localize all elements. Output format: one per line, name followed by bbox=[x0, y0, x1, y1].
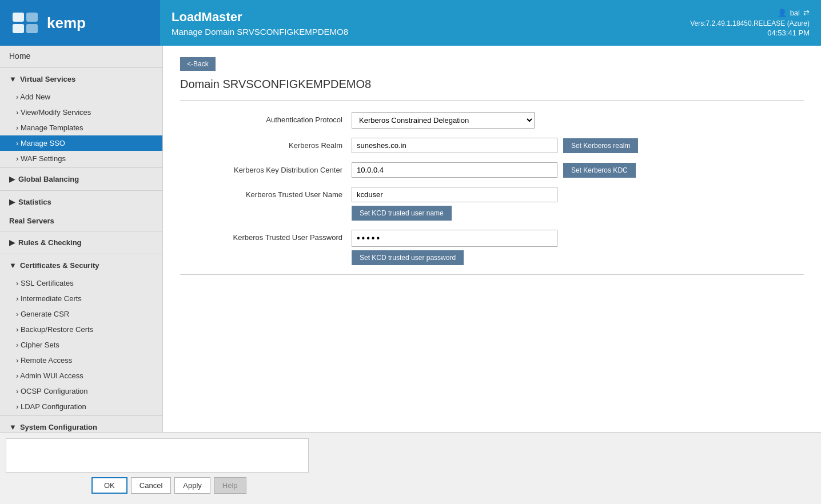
current-time: 04:53:41 PM bbox=[767, 29, 810, 37]
section-divider-top bbox=[180, 100, 804, 101]
help-button[interactable]: Help bbox=[214, 477, 246, 494]
main-content: <-Back Domain SRVSCONFIGKEMPDEMO8 Authen… bbox=[163, 46, 821, 432]
logo-area: kemp bbox=[0, 0, 160, 46]
kerberos-kdc-row: Kerberos Key Distribution Center Set Ker… bbox=[180, 162, 804, 178]
kerberos-realm-label: Kerberos Realm bbox=[180, 138, 352, 150]
bottom-buttons: OK Cancel Apply Help bbox=[80, 473, 821, 498]
kerberos-realm-control: Set Kerberos realm bbox=[352, 138, 804, 153]
sidebar-home[interactable]: Home bbox=[0, 46, 162, 66]
sidebar-item-cipher-sets[interactable]: › Cipher Sets bbox=[0, 337, 162, 353]
svg-rect-1 bbox=[13, 24, 24, 33]
version-info: Vers:7.2.49.1.18450.RELEASE (Azure) bbox=[690, 19, 810, 27]
sidebar-item-waf-settings[interactable]: › WAF Settings bbox=[0, 151, 162, 166]
kerberos-pass-row: Kerberos Trusted User Password Set KCD t… bbox=[180, 230, 804, 265]
sidebar-item-backup-certs[interactable]: › Backup/Restore Certs bbox=[0, 322, 162, 337]
username: bal bbox=[790, 9, 800, 17]
kerberos-user-row: Kerberos Trusted User Name Set KCD trust… bbox=[180, 187, 804, 221]
kerberos-kdc-control: Set Kerberos KDC bbox=[352, 162, 804, 178]
kerberos-pass-control: Set KCD trusted user password bbox=[352, 230, 804, 265]
set-kerberos-kdc-button[interactable]: Set Kerberos KDC bbox=[563, 163, 636, 178]
chevron-right-icon-rules: ▶ bbox=[9, 238, 15, 247]
sidebar-item-admin-wui[interactable]: › Admin WUI Access bbox=[0, 368, 162, 383]
sidebar-rules-label: Rules & Checking bbox=[18, 238, 82, 247]
sidebar-item-ocsp[interactable]: › OCSP Configuration bbox=[0, 383, 162, 399]
ok-button[interactable]: OK bbox=[91, 477, 127, 494]
sidebar-section-label: Virtual Services bbox=[20, 75, 75, 83]
sidebar: Home ▼ Virtual Services › Add New › View… bbox=[0, 46, 163, 432]
header-title-area: LoadMaster Manage Domain SRVSCONFIGKEMPD… bbox=[160, 0, 638, 46]
kerberos-pass-input[interactable] bbox=[352, 230, 557, 247]
svg-rect-0 bbox=[13, 13, 24, 22]
kerberos-user-input[interactable] bbox=[352, 187, 557, 202]
sidebar-section-system[interactable]: ▼ System Configuration bbox=[0, 417, 162, 432]
svg-rect-3 bbox=[26, 24, 38, 33]
chevron-right-icon: ▶ bbox=[9, 175, 15, 183]
auth-protocol-row: Authentication Protocol Kerberos Constra… bbox=[180, 112, 804, 129]
chevron-right-icon-stats: ▶ bbox=[9, 198, 15, 206]
logo-text: kemp bbox=[47, 14, 86, 32]
sidebar-section-global-balancing[interactable]: ▶ Global Balancing bbox=[0, 169, 162, 189]
kemp-logo-icon bbox=[11, 11, 40, 34]
sidebar-section-certs[interactable]: ▼ Certificates & Security bbox=[0, 255, 162, 275]
set-kerberos-realm-button[interactable]: Set Kerberos realm bbox=[563, 138, 638, 153]
bottom-bar: OK Cancel Apply Help bbox=[0, 432, 821, 504]
chevron-down-icon-system: ▼ bbox=[9, 423, 17, 431]
set-kcd-pass-button[interactable]: Set KCD trusted user password bbox=[352, 250, 464, 265]
header: kemp LoadMaster Manage Domain SRVSCONFIG… bbox=[0, 0, 821, 46]
sidebar-section-virtual-services[interactable]: ▼ Virtual Services bbox=[0, 69, 162, 89]
kerberos-user-label: Kerberos Trusted User Name bbox=[180, 187, 352, 199]
share-icon: ⇄ bbox=[803, 9, 810, 17]
apply-button[interactable]: Apply bbox=[174, 477, 210, 494]
chevron-down-icon: ▼ bbox=[9, 75, 17, 83]
cancel-button[interactable]: Cancel bbox=[131, 477, 171, 494]
kerberos-kdc-label: Kerberos Key Distribution Center bbox=[180, 162, 352, 174]
sidebar-item-ldap[interactable]: › LDAP Configuration bbox=[0, 399, 162, 414]
kerberos-realm-row: Kerberos Realm Set Kerberos realm bbox=[180, 138, 804, 153]
page-subtitle: Manage Domain SRVSCONFIGKEMPDEMO8 bbox=[172, 27, 627, 37]
sidebar-section-rules[interactable]: ▶ Rules & Checking bbox=[0, 233, 162, 253]
kerberos-realm-input[interactable] bbox=[352, 138, 557, 153]
sidebar-item-ssl-certs[interactable]: › SSL Certificates bbox=[0, 275, 162, 291]
sidebar-item-intermediate-certs[interactable]: › Intermediate Certs bbox=[0, 291, 162, 306]
sidebar-system-label: System Configuration bbox=[20, 423, 97, 431]
sidebar-item-remote-access[interactable]: › Remote Access bbox=[0, 353, 162, 368]
sidebar-item-manage-sso[interactable]: › Manage SSO bbox=[0, 135, 162, 151]
sidebar-certs-label: Certificates & Security bbox=[20, 261, 99, 270]
sidebar-global-label: Global Balancing bbox=[18, 175, 79, 183]
domain-title: Domain SRVSCONFIGKEMPDEMO8 bbox=[180, 78, 804, 91]
auth-protocol-label: Authentication Protocol bbox=[180, 112, 352, 124]
auth-protocol-control: Kerberos Constrained Delegation NTLM Bas… bbox=[352, 112, 804, 129]
auth-protocol-select[interactable]: Kerberos Constrained Delegation NTLM Bas… bbox=[352, 112, 535, 129]
sidebar-item-view-modify[interactable]: › View/Modify Services bbox=[0, 105, 162, 120]
app-name: LoadMaster bbox=[172, 10, 627, 25]
main-wrapper: Home ▼ Virtual Services › Add New › View… bbox=[0, 46, 821, 432]
chevron-down-icon-certs: ▼ bbox=[9, 261, 17, 270]
kerberos-user-control: Set KCD trusted user name bbox=[352, 187, 804, 221]
sidebar-item-real-servers[interactable]: Real Servers bbox=[0, 212, 162, 230]
svg-rect-2 bbox=[26, 13, 38, 22]
kerberos-pass-label: Kerberos Trusted User Password bbox=[180, 230, 352, 242]
sidebar-item-manage-templates[interactable]: › Manage Templates bbox=[0, 120, 162, 135]
header-right: 👤 bal ⇄ Vers:7.2.49.1.18450.RELEASE (Azu… bbox=[638, 0, 821, 46]
set-kcd-user-button[interactable]: Set KCD trusted user name bbox=[352, 206, 452, 221]
sidebar-item-generate-csr[interactable]: › Generate CSR bbox=[0, 306, 162, 322]
sidebar-section-statistics[interactable]: ▶ Statistics bbox=[0, 192, 162, 212]
sidebar-stats-label: Statistics bbox=[18, 198, 51, 206]
back-button[interactable]: <-Back bbox=[180, 57, 216, 71]
kerberos-kdc-input[interactable] bbox=[352, 162, 557, 178]
sidebar-item-add-new[interactable]: › Add New bbox=[0, 89, 162, 105]
bottom-frame bbox=[6, 438, 309, 473]
user-icon: 👤 bbox=[778, 9, 787, 17]
user-info: 👤 bal ⇄ bbox=[778, 9, 810, 17]
section-divider-bottom bbox=[180, 274, 804, 275]
